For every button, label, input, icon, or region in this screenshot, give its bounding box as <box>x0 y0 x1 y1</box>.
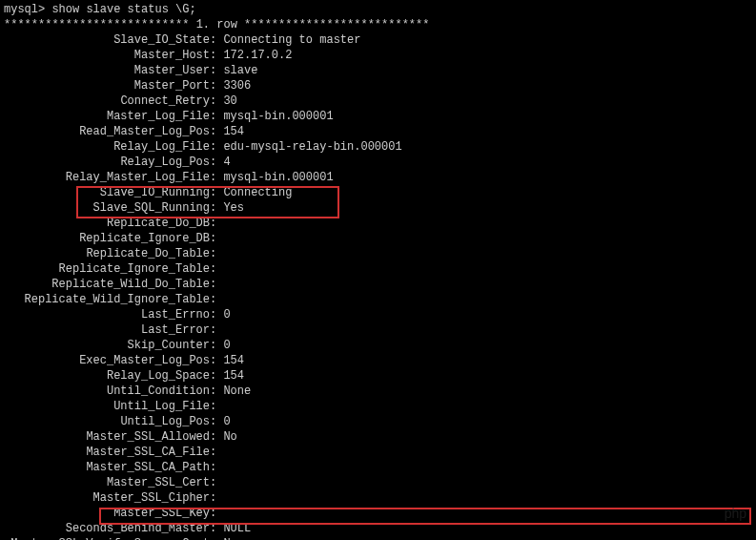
status-label: Slave_IO_State <box>4 32 210 48</box>
separator: : <box>210 109 223 124</box>
status-label: Replicate_Wild_Do_Table <box>4 277 210 292</box>
status-row: Replicate_Wild_Ignore_Table: <box>4 292 752 307</box>
status-row: Exec_Master_Log_Pos: 154 <box>4 353 752 368</box>
status-value: 154 <box>223 368 244 384</box>
status-row: Master_Log_File: mysql-bin.000001 <box>4 109 752 124</box>
separator: : <box>210 490 223 506</box>
status-value: 0 <box>223 307 230 322</box>
status-label: Relay_Log_File <box>4 139 210 155</box>
separator: : <box>210 384 223 399</box>
separator: : <box>210 261 223 277</box>
status-label: Until_Condition <box>4 384 210 399</box>
status-label: Master_SSL_Cipher <box>4 490 210 506</box>
status-row: Replicate_Wild_Do_Table: <box>4 277 752 292</box>
separator: : <box>210 338 223 353</box>
status-row: Read_Master_Log_Pos: 154 <box>4 124 752 139</box>
status-label: Exec_Master_Log_Pos <box>4 353 210 368</box>
separator: : <box>210 368 223 384</box>
separator: : <box>210 353 223 368</box>
status-label: Master_Host <box>4 48 210 63</box>
status-row: Slave_SQL_Running: Yes <box>4 200 752 216</box>
status-value: 0 <box>223 338 230 353</box>
status-label: Slave_IO_Running <box>4 185 210 200</box>
separator: : <box>210 32 223 48</box>
status-value: 154 <box>223 124 244 139</box>
status-row: Master_Host: 172.17.0.2 <box>4 48 752 63</box>
status-label: Master_SSL_Verify_Server_Cert <box>4 536 210 540</box>
separator: : <box>210 399 223 414</box>
status-row: Connect_Retry: 30 <box>4 93 752 109</box>
status-value: 0 <box>223 414 230 429</box>
status-value: None <box>223 384 251 399</box>
status-label: Master_User <box>4 63 210 78</box>
status-row: Master_SSL_CA_File: <box>4 445 752 460</box>
status-label: Replicate_Ignore_Table <box>4 261 210 277</box>
status-value: Connecting <box>223 185 292 200</box>
separator: : <box>210 185 223 200</box>
status-row: Replicate_Ignore_Table: <box>4 261 752 277</box>
status-row: Replicate_Do_Table: <box>4 246 752 261</box>
status-label: Master_Port <box>4 78 210 93</box>
status-label: Master_Log_File <box>4 109 210 124</box>
separator: : <box>210 78 223 93</box>
separator: : <box>210 200 223 216</box>
status-row: Seconds_Behind_Master: NULL <box>4 521 752 536</box>
status-row: Until_Log_File: <box>4 399 752 414</box>
status-label: Replicate_Do_Table <box>4 246 210 261</box>
status-row: Slave_IO_State: Connecting to master <box>4 32 752 48</box>
separator: : <box>210 216 223 231</box>
status-label: Master_SSL_Allowed <box>4 429 210 445</box>
status-label: Skip_Counter <box>4 338 210 353</box>
status-row: Relay_Log_Space: 154 <box>4 368 752 384</box>
status-label: Relay_Log_Space <box>4 368 210 384</box>
status-value: Connecting to master <box>223 32 360 48</box>
status-value: 172.17.0.2 <box>223 48 292 63</box>
separator: : <box>210 414 223 429</box>
status-row: Master_SSL_Cipher: <box>4 490 752 506</box>
status-row: Master_User: slave <box>4 63 752 78</box>
status-value: slave <box>223 63 257 78</box>
status-label: Connect_Retry <box>4 93 210 109</box>
status-row: Master_SSL_Verify_Server_Cert: No <box>4 536 752 540</box>
status-label: Last_Error <box>4 322 210 338</box>
separator: : <box>210 429 223 445</box>
status-label: Relay_Master_Log_File <box>4 170 210 185</box>
status-value: edu-mysql-relay-bin.000001 <box>223 139 401 155</box>
separator: : <box>210 155 223 170</box>
separator: : <box>210 246 223 261</box>
separator: : <box>210 445 223 460</box>
status-label: Master_SSL_CA_File <box>4 445 210 460</box>
status-label: Master_SSL_Cert <box>4 475 210 490</box>
separator: : <box>210 292 223 307</box>
status-value: 154 <box>223 353 244 368</box>
status-label: Until_Log_Pos <box>4 414 210 429</box>
status-label: Replicate_Wild_Ignore_Table <box>4 292 210 307</box>
status-label: Master_SSL_CA_Path <box>4 460 210 475</box>
status-value: Yes <box>223 200 244 216</box>
separator: : <box>210 322 223 338</box>
status-row: Last_Error: <box>4 322 752 338</box>
separator: : <box>210 536 223 540</box>
status-label: Replicate_Do_DB <box>4 216 210 231</box>
separator: : <box>210 124 223 139</box>
separator: : <box>210 93 223 109</box>
mysql-prompt[interactable]: mysql> show slave status \G; <box>4 2 752 17</box>
status-label: Until_Log_File <box>4 399 210 414</box>
status-row: Relay_Log_File: edu-mysql-relay-bin.0000… <box>4 139 752 155</box>
separator: : <box>210 460 223 475</box>
status-row: Last_Errno: 0 <box>4 307 752 322</box>
status-row: Until_Log_Pos: 0 <box>4 414 752 429</box>
status-row: Master_SSL_Key: <box>4 506 752 521</box>
watermark: php <box>725 506 746 521</box>
separator: : <box>210 170 223 185</box>
status-label: Replicate_Ignore_DB <box>4 231 210 246</box>
status-row: Until_Condition: None <box>4 384 752 399</box>
status-value: 4 <box>223 155 230 170</box>
separator: : <box>210 48 223 63</box>
status-value: 30 <box>223 93 236 109</box>
status-row: Skip_Counter: 0 <box>4 338 752 353</box>
status-row: Master_SSL_Cert: <box>4 475 752 490</box>
status-row: Master_SSL_Allowed: No <box>4 429 752 445</box>
status-label: Last_Errno <box>4 307 210 322</box>
status-label: Read_Master_Log_Pos <box>4 124 210 139</box>
